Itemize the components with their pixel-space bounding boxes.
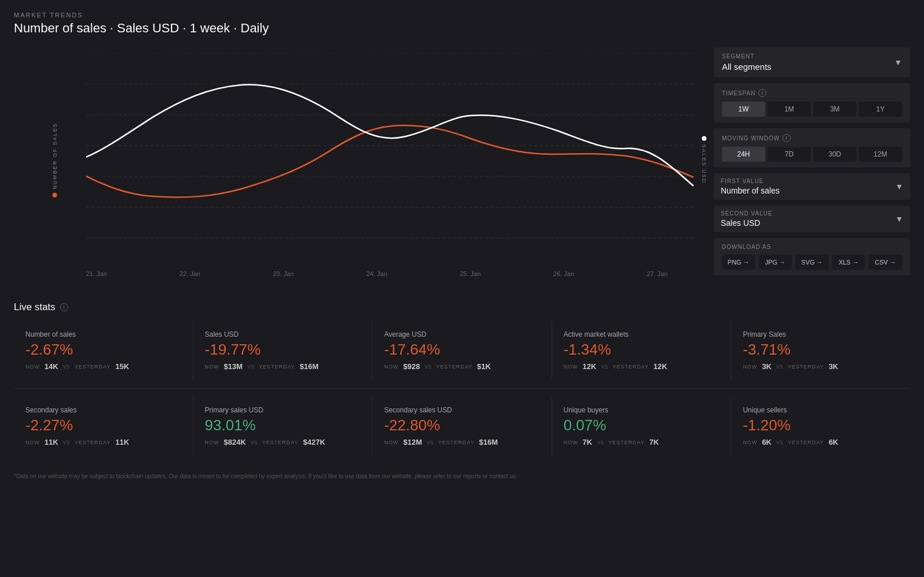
first-value-label: First value	[721, 178, 780, 184]
y-axis-right-label: SALES USD	[702, 136, 707, 184]
stat-percent-1: -19.77%	[205, 341, 361, 359]
stat-yesterday-3: 12K	[654, 362, 668, 371]
stat-name-3: Active market wallets	[564, 330, 720, 338]
moving-window-buttons: 24H 7D 30D 12M	[722, 147, 902, 162]
stat-now-r2-2: $12M	[403, 438, 422, 446]
stat-card-secondary-sales-usd: Secondary sales USD -22.80% NOW $12M VS …	[372, 397, 552, 456]
chart-section: NUMBER OF SALES 12 600 13 200 1	[14, 47, 702, 290]
stat-name-r2-1: Primary sales USD	[205, 406, 361, 414]
stats-divider	[14, 388, 910, 389]
x-tick-4: 25. Jan	[460, 270, 480, 277]
stat-card-average-usd: Average USD -17.64% NOW $928 VS YESTERDA…	[372, 321, 552, 380]
download-png-button[interactable]: PNG →	[722, 255, 755, 270]
stat-yesterday-r2-3: 7K	[649, 438, 659, 446]
live-stats-info-icon[interactable]: i	[60, 303, 68, 311]
stat-compare-r2-2: NOW $12M VS YESTERDAY $16M	[384, 438, 540, 446]
stat-yesterday-r2-0: 11K	[116, 438, 129, 446]
stat-compare-r2-1: NOW $824K VS YESTERDAY $427K	[205, 438, 361, 446]
stat-name-r2-3: Unique buyers	[564, 406, 720, 414]
timespan-group: TIMESPAN i 1W 1M 3M 1Y	[714, 83, 910, 122]
timespan-info-icon[interactable]: i	[758, 89, 766, 97]
stat-name-2: Average USD	[384, 330, 540, 338]
stat-yesterday-r2-4: 6K	[829, 438, 839, 446]
stat-percent-r2-3: 0.07%	[564, 416, 720, 434]
page-title: Number of sales · Sales USD · 1 week · D…	[14, 21, 910, 36]
moving-window-btn-7d[interactable]: 7D	[767, 147, 811, 162]
download-xls-button[interactable]: XLS →	[832, 255, 866, 270]
first-value-dropdown[interactable]: First value Number of sales ▼	[714, 173, 910, 200]
stat-now-0: 14K	[44, 362, 58, 371]
stat-percent-r2-2: -22.80%	[384, 416, 540, 434]
second-value-dropdown[interactable]: Second value Sales USD ▼	[714, 206, 910, 232]
stat-yesterday-2: $1K	[477, 362, 491, 371]
stat-name-r2-4: Unique sellers	[743, 406, 899, 414]
moving-window-btn-24h[interactable]: 24H	[722, 147, 765, 162]
stat-now-r2-4: 6K	[762, 438, 772, 446]
stat-name-1: Sales USD	[205, 330, 361, 338]
moving-window-btn-30d[interactable]: 30D	[813, 147, 856, 162]
download-label: DOWNLOAD AS	[722, 244, 902, 250]
live-stats-section: Live stats i Number of sales -2.67% NOW …	[14, 301, 910, 456]
x-tick-3: 24. Jan	[366, 270, 387, 277]
chart-svg: 12 600 13 200 13 800 14 400 15 000 15 60…	[86, 53, 694, 267]
moving-window-label: MOVING WINDOW	[722, 135, 780, 142]
stat-percent-3: -1.34%	[564, 341, 720, 359]
timespan-btn-1w[interactable]: 1W	[722, 102, 765, 117]
x-axis: 21. Jan 22. Jan 23. Jan 24. Jan 25. Jan …	[86, 267, 668, 277]
stat-yesterday-1: $16M	[300, 362, 319, 371]
first-value-chevron-icon: ▼	[895, 182, 903, 191]
stat-card-primary-sales: Primary Sales -3.71% NOW 3K VS YESTERDAY…	[731, 321, 910, 380]
footer-note: *Data on our website may be subject to b…	[14, 467, 910, 485]
stat-now-r2-0: 11K	[44, 438, 58, 446]
moving-window-group: MOVING WINDOW i 24H 7D 30D 12M	[714, 128, 910, 167]
timespan-btn-3m[interactable]: 3M	[813, 102, 856, 117]
first-value-value: Number of sales	[721, 186, 780, 195]
stat-now-2: $928	[403, 362, 420, 371]
timespan-btn-1y[interactable]: 1Y	[859, 102, 902, 117]
orange-dot	[53, 193, 57, 198]
stat-compare-3: NOW 12K VS YESTERDAY 12K	[564, 362, 720, 371]
chart-container: NUMBER OF SALES 12 600 13 200 1	[14, 47, 702, 290]
second-value-value: Sales USD	[721, 218, 773, 228]
stat-compare-r2-0: NOW 11K VS YESTERDAY 11K	[25, 438, 181, 446]
stat-percent-r2-4: -1.20%	[743, 416, 899, 434]
stat-compare-r2-4: NOW 6K VS YESTERDAY 6K	[743, 438, 899, 446]
stat-compare-2: NOW $928 VS YESTERDAY $1K	[384, 362, 540, 371]
stats-row-2: Secondary sales -2.27% NOW 11K VS YESTER…	[14, 397, 910, 456]
stat-percent-0: -2.67%	[25, 341, 181, 359]
stat-now-1: $13M	[224, 362, 243, 371]
download-csv-button[interactable]: CSV →	[869, 255, 902, 270]
timespan-buttons: 1W 1M 3M 1Y	[722, 102, 902, 117]
sidebar: Segment All segments ▼ TIMESPAN i 1W 1M …	[714, 47, 910, 290]
second-value-label: Second value	[721, 210, 773, 217]
live-stats-title: Live stats	[14, 301, 55, 313]
stat-percent-r2-0: -2.27%	[25, 416, 181, 434]
segment-label: Segment	[722, 53, 772, 59]
segment-value: All segments	[722, 62, 772, 72]
stat-percent-4: -3.71%	[743, 341, 899, 359]
stats-row-1: Number of sales -2.67% NOW 14K VS YESTER…	[14, 321, 910, 380]
stat-yesterday-r2-1: $427K	[303, 438, 325, 446]
download-group: DOWNLOAD AS PNG → JPG → SVG → XLS → CSV …	[714, 238, 910, 276]
stat-percent-2: -17.64%	[384, 341, 540, 359]
stat-name-r2-2: Secondary sales USD	[384, 406, 540, 414]
stat-yesterday-0: 15K	[116, 362, 129, 371]
segment-dropdown[interactable]: Segment All segments ▼	[714, 47, 910, 77]
stat-now-r2-3: 7K	[583, 438, 593, 446]
moving-window-info-icon[interactable]: i	[783, 134, 791, 142]
stat-name-4: Primary Sales	[743, 330, 899, 338]
stat-now-3: 12K	[583, 362, 597, 371]
download-svg-button[interactable]: SVG →	[795, 255, 829, 270]
market-trends-label: MARKET TRENDS	[14, 12, 910, 18]
x-tick-6: 27. Jan	[647, 270, 668, 277]
timespan-btn-1m[interactable]: 1M	[767, 102, 811, 117]
stat-card-number-of-sales: Number of sales -2.67% NOW 14K VS YESTER…	[14, 321, 193, 380]
stat-compare-1: NOW $13M VS YESTERDAY $16M	[205, 362, 361, 371]
white-dot	[702, 136, 707, 141]
download-jpg-button[interactable]: JPG →	[759, 255, 792, 270]
stat-compare-4: NOW 3K VS YESTERDAY 3K	[743, 362, 899, 371]
stat-card-active-wallets: Active market wallets -1.34% NOW 12K VS …	[552, 321, 731, 380]
stat-name-0: Number of sales	[25, 330, 181, 338]
main-content: NUMBER OF SALES 12 600 13 200 1	[14, 47, 910, 290]
moving-window-btn-12m[interactable]: 12M	[859, 147, 902, 162]
